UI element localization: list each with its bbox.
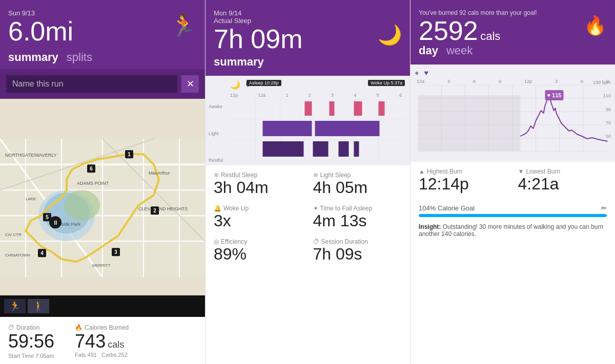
svg-rect-54: [312, 121, 315, 136]
right-stats: ▲Highest Burn 12:14p ▼Lowest Burn 4:21a: [411, 162, 615, 199]
svg-rect-58: [313, 141, 329, 157]
svg-text:♥ 115: ♥ 115: [547, 92, 562, 98]
restful-label: ≋Restful Sleep: [214, 172, 303, 179]
lowest-burn-block: ▼Lowest Burn 4:21a: [518, 168, 607, 193]
woke-up-block: 🔔Woke Up 3x: [214, 205, 303, 230]
svg-rect-56: [354, 121, 380, 136]
svg-text:NORTHGATE/WAVERLY: NORTHGATE/WAVERLY: [5, 153, 57, 158]
calorie-goal-bar: [419, 214, 607, 217]
moon-icon: 🌙: [378, 24, 402, 46]
hr-chart-svg: ♥ 115: [415, 85, 611, 152]
run-icon: 🏃: [170, 13, 197, 38]
calories-label: 🔥 Calories Burned: [75, 324, 129, 331]
restful-value: 3h 04m: [214, 179, 303, 197]
svg-text:⏸: ⏸: [52, 219, 58, 226]
svg-text:3: 3: [114, 249, 117, 255]
panel-mid: Mon 9/14 Actual Sleep 7h 09m 🌙 summary 🌙…: [205, 0, 410, 364]
svg-text:CIV CTR: CIV CTR: [5, 232, 22, 237]
lowest-label: ▼Lowest Burn: [518, 168, 607, 175]
calories-unit: cals: [108, 339, 124, 350]
mid-header: Mon 9/14 Actual Sleep 7h 09m 🌙 summary: [206, 0, 410, 76]
svg-rect-50: [330, 101, 335, 116]
restful-sleep-block: ≋Restful Sleep 3h 04m: [214, 172, 303, 197]
left-date: Sun 9/13: [8, 9, 197, 17]
flame-icon: 🔥: [584, 15, 607, 36]
left-stats: ⏱ Duration 59:56 Start Time 7:05am 🔥 Cal…: [0, 317, 205, 364]
svg-text:6: 6: [90, 166, 93, 172]
hr-chart-icons: ● ♥: [415, 69, 611, 77]
activity-icon-walk: 🚶: [28, 299, 49, 313]
svg-text:5: 5: [46, 215, 49, 220]
name-run-input[interactable]: [6, 75, 177, 93]
sleep-chart-svg: [230, 99, 406, 160]
efficiency-value: 89%: [214, 245, 303, 263]
hr-y-labels: 130 bpm 110 90 70 50: [593, 80, 611, 139]
svg-text:MERRITT: MERRITT: [92, 263, 111, 268]
bottom-bar: 🏃 🚶: [0, 295, 205, 317]
svg-rect-51: [354, 101, 362, 116]
session-value: 7h 09s: [313, 245, 402, 263]
edit-goal-icon[interactable]: ✏: [601, 204, 607, 212]
svg-rect-59: [339, 141, 349, 157]
efficiency-label: ◎Efficiency: [214, 238, 303, 245]
map-area: NORTHGATE/WAVERLY ADAMS POINT LAKE MacAr…: [0, 99, 205, 317]
panel-right: You've burned 92 cals more than your goa…: [410, 0, 615, 364]
close-button[interactable]: ✕: [181, 75, 199, 93]
mid-date: Mon 9/14 Actual Sleep: [214, 9, 402, 25]
svg-text:LAKE: LAKE: [26, 197, 36, 201]
right-tab-week[interactable]: week: [446, 44, 473, 57]
highest-value: 12:14p: [419, 175, 508, 193]
asleep-label: Asleep 10:28p: [247, 80, 281, 86]
calorie-goal-row: 104% Calorie Goal ✏: [411, 199, 615, 219]
svg-text:CHINATOWN: CHINATOWN: [5, 253, 30, 258]
activity-icon-run: 🏃: [4, 299, 26, 313]
right-header: You've burned 92 cals more than your goa…: [411, 0, 615, 65]
calorie-goal-fill: [419, 214, 607, 217]
highest-label: ▲Highest Burn: [419, 168, 508, 175]
session-block: ⏱Session Duration 7h 09s: [313, 238, 402, 263]
svg-text:4: 4: [40, 250, 44, 256]
light-label: ≋Light Sleep: [313, 172, 402, 179]
fall-asleep-value: 4m 13s: [313, 212, 402, 230]
svg-rect-49: [305, 101, 312, 116]
hr-time-axis: 12a36912p369: [415, 79, 611, 84]
session-label: ⏱Session Duration: [313, 238, 402, 245]
moon-small-icon: 🌙: [230, 80, 240, 90]
woke-label: Woke Up 5:37a: [368, 80, 405, 86]
light-sleep-block: ≋Light Sleep 4h 05m: [313, 172, 402, 197]
svg-rect-52: [379, 101, 385, 116]
insight-area: Insight: Outstanding! 30 more minutes of…: [411, 219, 615, 242]
svg-point-15: [64, 190, 100, 221]
sleep-time-axis: 11p12a123456: [230, 93, 406, 98]
calorie-goal-label: 104% Calorie Goal ✏: [419, 204, 607, 212]
svg-rect-60: [354, 141, 359, 157]
calorie-unit: cals: [480, 30, 500, 42]
tab-splits[interactable]: splits: [67, 51, 92, 64]
insight-label: Insight:: [419, 223, 441, 230]
right-sub-label: You've burned 92 cals more than your goa…: [419, 9, 607, 16]
map-svg: NORTHGATE/WAVERLY ADAMS POINT LAKE MacAr…: [0, 99, 205, 317]
svg-text:MacArthur: MacArthur: [149, 170, 170, 176]
hr-chart-area: ● ♥ 12a36912p369 130 bpm 110 90 70 50: [411, 65, 615, 162]
tab-summary[interactable]: summary: [8, 51, 58, 64]
svg-rect-61: [418, 95, 521, 152]
sleep-value: 7h 09m: [214, 26, 302, 52]
calorie-value: 2592: [419, 16, 478, 46]
mid-stats: ≋Restful Sleep 3h 04m ≋Light Sleep 4h 05…: [206, 165, 410, 270]
fats-carbs: Fats 491 Carbs 252: [75, 352, 129, 358]
light-value: 4h 05m: [313, 179, 402, 197]
fall-asleep-block: ✦Time to Fall Asleep 4m 13s: [313, 205, 402, 230]
right-tab-day[interactable]: day: [419, 44, 438, 57]
mid-tab-summary[interactable]: summary: [214, 55, 264, 69]
distance-value: 6.0mi: [8, 18, 73, 45]
duration-value: 59:56: [8, 331, 54, 352]
svg-text:ADAMS POINT: ADAMS POINT: [77, 181, 109, 186]
fall-asleep-label: ✦Time to Fall Asleep: [313, 205, 402, 212]
svg-text:2: 2: [153, 208, 156, 213]
svg-text:CLEVELAND HEIGHTS: CLEVELAND HEIGHTS: [138, 206, 188, 211]
lowest-value: 4:21a: [518, 175, 607, 193]
svg-rect-57: [263, 141, 304, 157]
sleep-row-labels: Awake Light Restful: [209, 104, 223, 163]
name-run-area: ✕: [0, 69, 205, 99]
svg-text:1: 1: [128, 152, 131, 157]
